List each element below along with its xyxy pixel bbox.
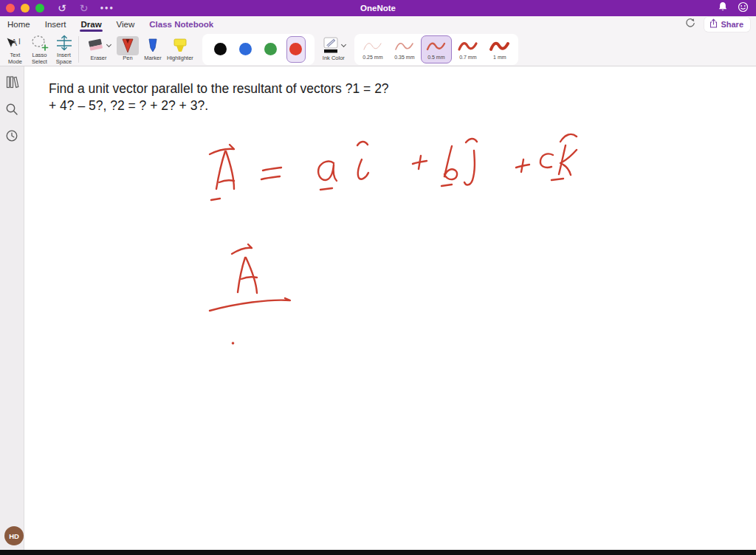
window-controls	[0, 4, 44, 13]
color-swatch-blue[interactable]	[236, 36, 255, 63]
pen-icon	[117, 36, 139, 55]
insert-space-button[interactable]: Insert Space	[54, 33, 74, 65]
text-mode-button[interactable]: AI Text Mode	[5, 33, 25, 65]
search-icon[interactable]	[5, 103, 18, 119]
toolbar-divider	[78, 36, 79, 63]
bell-icon[interactable]	[718, 1, 728, 15]
maximize-button[interactable]	[35, 4, 44, 13]
highlighter-icon	[168, 36, 192, 55]
recent-notes-icon[interactable]	[5, 129, 18, 145]
pen-label: Pen	[123, 55, 132, 62]
eraser-dropdown-icon[interactable]	[106, 42, 111, 47]
stroke-sample-icon	[362, 39, 384, 54]
marker-icon	[142, 36, 164, 55]
lasso-select-button[interactable]: Lasso Select	[30, 33, 49, 65]
problem-line-2: + 4? – 5?, ?2 = ? + 2? + 3?.	[49, 97, 389, 114]
ink-color-icon	[322, 37, 340, 56]
page-canvas[interactable]: Find a unit vector parallel to the resul…	[25, 66, 756, 550]
marker-button[interactable]: Marker	[142, 36, 164, 62]
app-sidebar: HD	[0, 66, 24, 550]
eraser-button[interactable]: Eraser	[83, 36, 114, 62]
thickness-025mm[interactable]: 0.25 mm	[357, 35, 388, 63]
text-mode-label: Text Mode	[5, 52, 25, 65]
minimize-button[interactable]	[21, 4, 30, 13]
dock-bar	[0, 550, 756, 555]
problem-text: Find a unit vector parallel to the resul…	[49, 80, 389, 114]
marker-label: Marker	[144, 55, 161, 62]
thickness-1mm[interactable]: 1 mm	[484, 35, 515, 63]
tab-view[interactable]: View	[117, 18, 135, 31]
share-label: Share	[721, 20, 743, 29]
thickness-label: 0.25 mm	[362, 55, 382, 60]
notebooks-icon[interactable]	[5, 75, 19, 92]
thickness-label: 0.7 mm	[459, 55, 476, 60]
draw-toolbar: AI Text Mode Lasso Select Insert Space	[0, 32, 756, 66]
lasso-select-icon	[30, 33, 49, 52]
tab-home[interactable]: Home	[7, 18, 30, 31]
thickness-05mm[interactable]: 0.5 mm	[421, 35, 452, 63]
lasso-select-label: Lasso Select	[30, 52, 49, 65]
undo-icon[interactable]: ↺	[58, 3, 66, 13]
redo-icon[interactable]: ↻	[80, 3, 89, 13]
tab-insert[interactable]: Insert	[45, 18, 66, 31]
color-swatch-black[interactable]	[211, 36, 230, 63]
highlighter-label: Highlighter	[167, 55, 193, 62]
thickness-label: 0.35 mm	[394, 55, 414, 60]
stroke-sample-icon	[457, 39, 479, 54]
tab-draw[interactable]: Draw	[80, 18, 101, 31]
more-options-icon[interactable]: ●●●	[100, 3, 114, 13]
insert-space-label: Insert Space	[54, 52, 74, 65]
smiley-icon[interactable]	[738, 1, 749, 15]
color-swatch-red[interactable]	[286, 36, 306, 63]
thickness-label: 1 mm	[493, 55, 506, 60]
eraser-icon	[86, 37, 106, 55]
thickness-label: 0.5 mm	[427, 55, 444, 60]
insert-space-icon	[55, 33, 74, 52]
stroke-sample-icon	[394, 39, 416, 54]
ink-color-label: Ink Color	[323, 55, 345, 62]
thickness-selector: 0.25 mm 0.35 mm 0.5 mm 0.7 mm 1 mm	[354, 34, 518, 65]
text-mode-icon: AI	[6, 33, 25, 52]
onenote-window: ↺ ↻ ●●● OneNote Home Insert Draw View Cl…	[0, 0, 756, 555]
highlighter-button[interactable]: Highlighter	[167, 36, 193, 62]
stroke-sample-icon	[489, 39, 511, 54]
problem-line-1: Find a unit vector parallel to the resul…	[49, 80, 389, 97]
ink-color-palette	[202, 34, 315, 65]
pen-button[interactable]: Pen	[117, 36, 139, 62]
share-button[interactable]: Share	[704, 17, 750, 32]
share-icon	[709, 18, 718, 30]
thickness-035mm[interactable]: 0.35 mm	[389, 35, 420, 63]
close-button[interactable]	[6, 4, 15, 13]
sync-icon[interactable]	[685, 18, 695, 31]
ink-color-button[interactable]: Ink Color	[322, 36, 346, 62]
ribbon-tabs: Home Insert Draw View Class Notebook	[0, 16, 756, 32]
thickness-07mm[interactable]: 0.7 mm	[453, 35, 484, 63]
tab-class-notebook[interactable]: Class Notebook	[149, 18, 213, 31]
titlebar: ↺ ↻ ●●● OneNote	[0, 0, 756, 16]
user-avatar[interactable]: HD	[4, 526, 24, 545]
eraser-label: Eraser	[90, 55, 106, 62]
stroke-sample-icon	[425, 39, 447, 54]
svg-text:I: I	[18, 38, 21, 46]
ink-color-dropdown-icon[interactable]	[341, 42, 346, 47]
color-swatch-green[interactable]	[261, 36, 281, 63]
